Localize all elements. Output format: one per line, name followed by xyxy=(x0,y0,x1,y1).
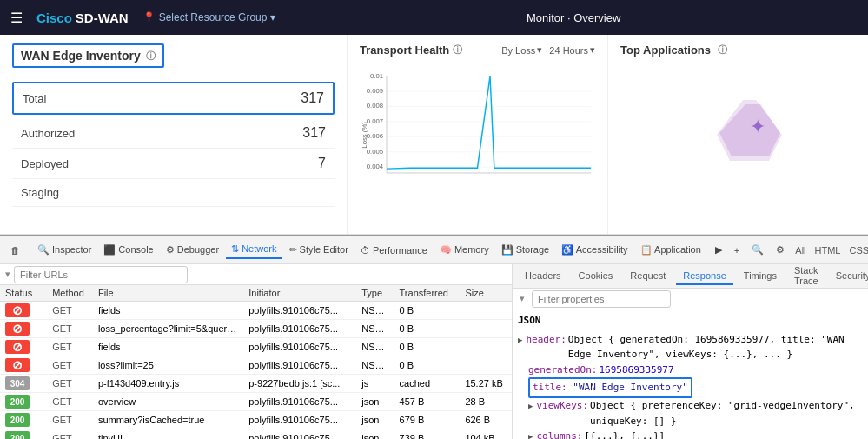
cell-file: overview xyxy=(93,393,243,411)
total-stat-row[interactable]: Total 317 xyxy=(12,82,335,115)
hamburger-icon[interactable]: ☰ xyxy=(10,10,23,26)
wan-edge-inventory-panel: WAN Edge Inventory ⓘ Total 317 Authorize… xyxy=(0,35,348,234)
status-badge: ⊘ xyxy=(5,358,30,372)
table-row[interactable]: ⊘ GET loss?limit=25 polyfills.910106c75.… xyxy=(0,356,512,375)
col-status[interactable]: Status xyxy=(0,285,47,302)
tab-cookies[interactable]: Cookies xyxy=(572,268,620,285)
chevron-down-icon: ▾ xyxy=(270,11,275,23)
top-nav: ☰ Cisco SD-WAN 📍 Select Resource Group ▾… xyxy=(0,0,868,35)
authorized-value: 317 xyxy=(302,125,326,141)
table-row[interactable]: 200 GET overview polyfills.910106c75... … xyxy=(0,393,512,411)
cell-initiator: polyfills.910106c75... xyxy=(243,429,356,440)
col-type[interactable]: Type xyxy=(356,285,394,302)
authorized-stat-row: Authorized 317 xyxy=(12,118,335,149)
col-initiator[interactable]: Initiator xyxy=(243,285,356,302)
tab-console[interactable]: ⬛ Console xyxy=(98,242,158,258)
cell-file: loss?limit=25 xyxy=(93,356,243,375)
html-filter[interactable]: HTML xyxy=(812,245,845,256)
table-row[interactable]: ⊘ GET loss_percentage?limit=5&query={"qu… xyxy=(0,320,512,338)
delete-button[interactable]: 🗑 xyxy=(5,243,25,258)
json-columns-line[interactable]: ▶ columns: [{...}, {...}] xyxy=(518,429,863,439)
top-apps-info-icon[interactable]: ⓘ xyxy=(718,43,727,57)
col-method[interactable]: Method xyxy=(47,285,93,302)
top-apps-title: Top Applications ⓘ xyxy=(620,43,856,57)
tab-stack-trace[interactable]: Stack Trace xyxy=(787,264,825,290)
cell-size xyxy=(460,356,512,375)
top-applications-panel: Top Applications ⓘ ✦ xyxy=(608,35,868,234)
json-section: JSON ▶ header: Object { generatedOn: 169… xyxy=(518,313,863,439)
settings-button[interactable]: ⚙ xyxy=(771,242,790,258)
tab-accessibility[interactable]: ♿ Accessibility xyxy=(556,242,633,258)
col-size[interactable]: Size xyxy=(460,285,512,302)
cell-initiator: polyfills.910106c75... xyxy=(243,320,356,338)
staging-stat-row: Staging xyxy=(12,179,335,207)
search-button[interactable]: 🔍 xyxy=(746,242,769,258)
table-row[interactable]: ⊘ GET fields polyfills.910106c75... NS_B… xyxy=(0,302,512,320)
json-header-line[interactable]: ▶ header: Object { generatedOn: 16958693… xyxy=(518,332,863,363)
col-file[interactable]: File xyxy=(93,285,243,302)
tab-storage[interactable]: 💾 Storage xyxy=(496,242,555,258)
cell-size: 28 B xyxy=(460,393,512,411)
cell-size xyxy=(460,338,512,356)
hours-button[interactable]: 24 Hours ▾ xyxy=(549,44,595,56)
table-row[interactable]: ⊘ GET fields polyfills.910106c75... NS_B… xyxy=(0,338,512,356)
tab-network[interactable]: ⇅ Network xyxy=(226,241,282,259)
tab-security[interactable]: Security xyxy=(829,268,868,285)
cell-method: GET xyxy=(47,393,93,411)
transport-info-icon[interactable]: ⓘ xyxy=(453,43,462,57)
cell-type: json xyxy=(356,411,394,429)
tab-response[interactable]: Response xyxy=(676,268,733,285)
table-row[interactable]: 200 GET tinyUI polyfills.910106c75... js… xyxy=(0,429,512,440)
cell-file: summary?isCached=true xyxy=(93,411,243,429)
devtools-right-panel: Headers Cookies Request Response Timings… xyxy=(513,264,868,439)
tab-style-editor[interactable]: ✏ Style Editor xyxy=(284,242,354,258)
filter-properties-input[interactable] xyxy=(532,290,671,308)
tab-application[interactable]: 📋 Application xyxy=(635,242,706,258)
wan-panel-header: WAN Edge Inventory ⓘ xyxy=(12,43,164,68)
col-transferred[interactable]: Transferred xyxy=(394,285,461,302)
cell-size: 15.27 kB xyxy=(460,375,512,393)
cell-type: json xyxy=(356,393,394,411)
tab-debugger[interactable]: ⚙ Debugger xyxy=(161,242,224,258)
json-response-content: JSON ▶ header: Object { generatedOn: 169… xyxy=(513,309,868,439)
cell-transferred: 739 B xyxy=(394,429,461,440)
chevron-down-icon-hours: ▾ xyxy=(590,44,595,56)
info-icon[interactable]: ⓘ xyxy=(146,50,156,63)
cell-status: 200 xyxy=(0,429,47,440)
tab-headers[interactable]: Headers xyxy=(518,268,568,285)
filter-props-icon: ▾ xyxy=(520,293,525,304)
tab-inspector[interactable]: 🔍 Inspector xyxy=(32,242,96,258)
table-row[interactable]: 200 GET summary?isCached=true polyfills.… xyxy=(0,411,512,429)
cell-type: json xyxy=(356,429,394,440)
json-viewkeys-line[interactable]: ▶ viewKeys: Object { preferenceKey: "gri… xyxy=(518,398,863,429)
json-header-key: header: xyxy=(526,332,566,348)
cell-method: GET xyxy=(47,338,93,356)
cell-file: p-f143d409.entry.js xyxy=(93,375,243,393)
tab-memory[interactable]: 🧠 Memory xyxy=(434,242,494,258)
json-title-highlighted: title: "WAN Edge Inventory" xyxy=(528,377,692,398)
cell-type: NS_BINDING_ABOR... xyxy=(356,320,394,338)
json-title-val: "WAN Edge Inventory" xyxy=(573,382,687,393)
cell-status: ⊘ xyxy=(0,356,47,375)
total-label: Total xyxy=(23,92,46,105)
filter-urls-input[interactable] xyxy=(14,266,188,283)
json-title-key: title: xyxy=(533,382,573,393)
tab-request[interactable]: Request xyxy=(623,268,673,285)
play-button[interactable]: ▶ xyxy=(710,242,727,258)
cell-initiator: p-9227bedb.js:1 [sc... xyxy=(243,375,356,393)
add-button[interactable]: + xyxy=(729,243,745,258)
cell-type: NS_BINDING_ABOR... xyxy=(356,356,394,375)
resource-group-selector[interactable]: 📍 Select Resource Group ▾ xyxy=(142,11,276,23)
json-viewkeys-val: Object { preferenceKey: "grid-vedgeInven… xyxy=(590,398,863,429)
svg-text:0.005: 0.005 xyxy=(367,148,383,156)
devtools-panel: 🗑 🔍 Inspector ⬛ Console ⚙ Debugger ⇅ Net… xyxy=(0,235,868,439)
tab-timings[interactable]: Timings xyxy=(737,268,784,285)
cell-status: ⊘ xyxy=(0,338,47,356)
cell-method: GET xyxy=(47,320,93,338)
all-filter[interactable]: All xyxy=(792,245,809,256)
by-loss-button[interactable]: By Loss ▾ xyxy=(501,44,542,56)
css-filter[interactable]: CSS xyxy=(845,245,868,256)
table-row[interactable]: 304 GET p-f143d409.entry.js p-9227bedb.j… xyxy=(0,375,512,393)
transport-chart-svg: 0.01 0.009 0.008 0.007 0.006 0.005 0.004… xyxy=(360,63,595,203)
tab-performance[interactable]: ⏱ Performance xyxy=(355,243,433,258)
